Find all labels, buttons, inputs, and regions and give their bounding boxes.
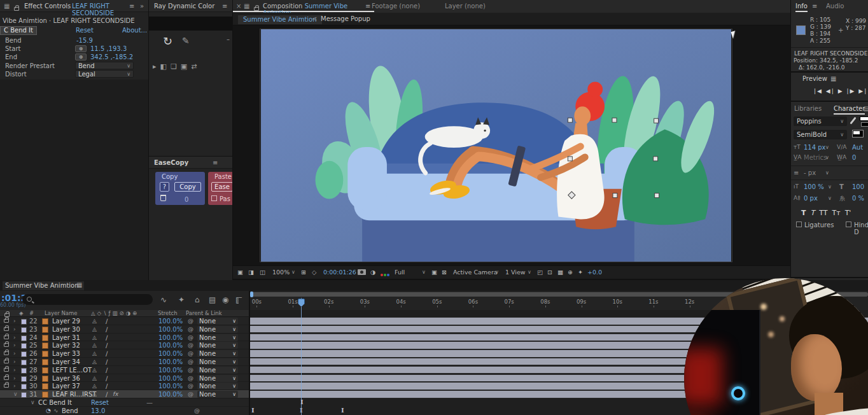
layer-name[interactable]: Layer 32 — [52, 342, 80, 349]
quality-toggle[interactable]: ◬ — [92, 375, 97, 381]
camera-caret[interactable]: ∨ — [495, 269, 499, 275]
twirl-icon[interactable]: ∨ — [31, 399, 35, 405]
ray-panel-tab[interactable]: Ray Dynamic Color — [154, 3, 214, 10]
font-style-dropdown[interactable]: SemiBold∨ — [794, 130, 847, 139]
layer-name[interactable]: Layer 37 — [52, 383, 80, 390]
grid-icon[interactable]: ⊞ — [301, 269, 306, 276]
canvas[interactable] — [260, 29, 732, 262]
pickwhip-icon[interactable]: @ — [188, 358, 193, 365]
playhead-line[interactable] — [301, 298, 302, 415]
layer-name[interactable]: Layer 30 — [52, 326, 80, 333]
channel-dots-icon[interactable] — [381, 271, 390, 278]
faux-bold-button[interactable]: T — [801, 209, 806, 217]
pencil-icon[interactable]: ✎ — [182, 36, 190, 46]
flowchart-icon[interactable]: ⊕ — [568, 269, 573, 276]
stretch-value[interactable]: 100.0% — [158, 318, 183, 325]
render-prestart-dropdown[interactable]: Bend∨ — [75, 62, 134, 69]
sampling-toggle[interactable]: ∕ — [106, 383, 108, 390]
fill-swatch[interactable] — [860, 116, 868, 121]
twirl-icon[interactable]: ∨ — [13, 391, 18, 397]
metrics-value[interactable]: Metrics — [804, 154, 827, 161]
lock-icon[interactable] — [14, 7, 19, 11]
parent-dropdown[interactable]: None∨ — [197, 318, 238, 325]
stretch-value[interactable]: 100.0% — [158, 326, 183, 333]
layer-name[interactable]: Layer 33 — [52, 350, 80, 357]
sampling-toggle[interactable]: ∕ — [106, 326, 108, 333]
layer-row[interactable]: › 30 Layer 37 ◬ ∕ 100.0% @ None∨ — [0, 382, 249, 390]
quality-toggle[interactable]: ◬ — [92, 367, 97, 373]
layer-row[interactable]: › 22 Layer 29 ◬ ∕ 100.0% @ None∨ — [0, 317, 249, 325]
font-size-value[interactable]: 114 px — [804, 144, 826, 151]
exposure-icon[interactable]: ✦ — [578, 269, 583, 276]
exposure-value[interactable]: +0.0 — [587, 269, 602, 276]
panel-menu-icon[interactable]: ≡ — [213, 159, 218, 166]
panel-menu-icon[interactable]: ≡ — [222, 3, 227, 10]
stopwatch-icon[interactable]: ◔ — [46, 407, 51, 414]
keyframe[interactable]: I — [341, 407, 344, 414]
transparency-icon[interactable]: ⊠ — [442, 269, 447, 276]
quality-toggle[interactable]: ◬ — [92, 391, 97, 397]
prop-label-distort[interactable]: Distort — [5, 71, 27, 78]
layer-row[interactable]: › 28 LEFT LE...OT ◬ ∕ 100.0% @ None∨ — [0, 366, 249, 374]
next-frame-button[interactable]: |▶ — [846, 88, 855, 94]
stretch-value[interactable]: 100.0% — [158, 383, 183, 390]
pickwhip-icon[interactable]: @ — [188, 342, 193, 348]
sampling-toggle[interactable]: ∕ — [106, 342, 108, 349]
parent-dropdown[interactable]: None∨ — [197, 383, 238, 390]
parent-dropdown[interactable]: None∨ — [197, 375, 238, 382]
layer-row[interactable]: › 29 Layer 36 ◬ ∕ 100.0% @ None∨ — [0, 374, 249, 383]
effect-group-name[interactable]: CC Bend It — [38, 399, 72, 406]
sampling-toggle[interactable]: ∕ — [106, 358, 108, 365]
font-family-dropdown[interactable]: Poppins∨ — [794, 116, 847, 126]
metrics-caret[interactable]: ∨ — [825, 155, 829, 160]
solid-swap-icon[interactable]: ◧ — [160, 62, 171, 71]
panel-overflow-icon[interactable]: » — [140, 3, 144, 10]
pickwhip-icon[interactable]: @ — [188, 391, 193, 397]
comp-viewer-tab-active[interactable]: Summer Vibe Animtion — [238, 15, 322, 24]
comp-flowchart-icon[interactable]: ∿ — [160, 295, 167, 304]
paste-checkbox[interactable] — [211, 195, 217, 202]
sampling-toggle[interactable]: ∕ — [106, 350, 108, 357]
libraries-tab[interactable]: Libraries — [794, 105, 822, 112]
quality-toggle[interactable]: ◬ — [92, 318, 97, 324]
frame-icon[interactable]: ▣ — [181, 62, 191, 71]
frame-blend-icon[interactable]: ▤ — [209, 295, 216, 304]
stretch-column[interactable]: Stretch — [158, 310, 178, 316]
shy-icon[interactable]: ⌂ — [195, 295, 200, 304]
horizontal-scale-value[interactable]: 100 — [852, 183, 864, 190]
stretch-value[interactable]: 100.0% — [158, 334, 183, 341]
all-caps-button[interactable]: TT — [819, 209, 827, 217]
twirl-icon[interactable]: › — [13, 318, 16, 324]
effect-name[interactable]: C Bend It — [0, 26, 37, 35]
prop-label-bend[interactable]: Bend — [5, 37, 22, 44]
panel-menu-icon[interactable]: ≡ — [129, 3, 134, 10]
stroke-swatch[interactable] — [861, 122, 868, 127]
play-button[interactable]: ▶ — [838, 88, 844, 94]
kerning-value[interactable]: Aut — [852, 144, 863, 151]
panel-menu-icon[interactable]: ▤ — [864, 105, 868, 112]
layer-row[interactable]: › 24 Layer 31 ◬ ∕ 100.0% @ None∨ — [0, 334, 249, 342]
quality-toggle[interactable]: ◬ — [92, 350, 97, 356]
stretch-value[interactable]: 100.0% — [158, 367, 183, 374]
small-caps-button[interactable]: Tᴛ — [832, 209, 841, 217]
sampling-toggle[interactable]: ∕ — [106, 318, 108, 325]
swatch-pair-icon[interactable] — [852, 130, 864, 137]
pickwhip-icon[interactable]: @ — [188, 350, 193, 356]
prop-label-end[interactable]: End — [5, 53, 17, 60]
layer-name[interactable]: Layer 31 — [52, 334, 80, 341]
sampling-toggle[interactable]: ∕ — [106, 391, 108, 398]
layer-row[interactable]: › 23 Layer 30 ◬ ∕ 100.0% @ None∨ — [0, 325, 249, 334]
parent-dropdown[interactable]: None∨ — [197, 358, 238, 365]
comp-timecode[interactable]: 0:00:01:26 — [323, 269, 356, 276]
fx-badge[interactable]: fx — [113, 391, 118, 397]
pickwhip-icon[interactable]: @ — [188, 326, 193, 332]
tracking-value[interactable]: 0 — [852, 154, 856, 161]
prop-label-render-prestart[interactable]: Render Prestart — [5, 62, 55, 69]
sampling-toggle[interactable]: ∕ — [106, 375, 108, 382]
point-picker-icon[interactable]: ⊕ — [75, 45, 87, 52]
comp-viewer-tab[interactable]: Message Popup — [321, 15, 370, 22]
draft3d-icon[interactable]: ✦ — [178, 295, 185, 304]
first-frame-button[interactable]: |◀ — [814, 88, 823, 94]
layer-name[interactable]: LEFT LE...OT — [52, 367, 92, 374]
quality-toggle[interactable]: ◬ — [92, 358, 97, 365]
